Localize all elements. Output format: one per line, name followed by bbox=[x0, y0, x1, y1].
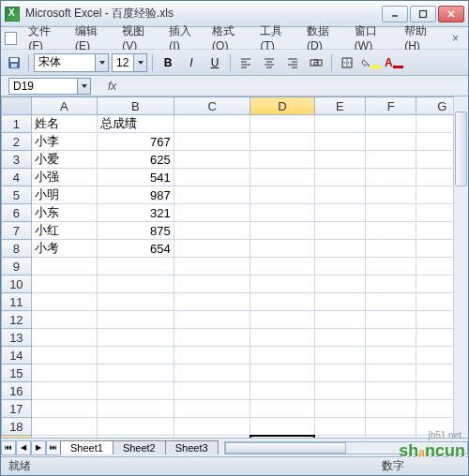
menu-overflow-icon[interactable]: × bbox=[446, 32, 464, 45]
cell-C5[interactable] bbox=[174, 186, 250, 204]
cell-F10[interactable] bbox=[366, 275, 416, 293]
cell-E6[interactable] bbox=[314, 204, 365, 222]
align-center-button[interactable] bbox=[259, 53, 280, 72]
row-header-10[interactable]: 10 bbox=[2, 275, 32, 293]
cell-F14[interactable] bbox=[366, 347, 416, 364]
cell-F17[interactable] bbox=[366, 400, 416, 418]
cell-B2[interactable]: 767 bbox=[98, 133, 174, 151]
merge-center-button[interactable]: a bbox=[306, 53, 326, 72]
spreadsheet-grid[interactable]: ABCDEFG 1姓名总成绩2小李7673小爱6254小强5415小明9876小… bbox=[1, 97, 468, 438]
control-menu-icon[interactable] bbox=[5, 32, 17, 45]
row-header-12[interactable]: 12 bbox=[2, 311, 32, 329]
cell-C17[interactable] bbox=[174, 400, 250, 418]
cell-D14[interactable] bbox=[250, 347, 314, 364]
cell-C6[interactable] bbox=[174, 204, 250, 222]
cell-D7[interactable] bbox=[250, 222, 314, 240]
row-header-9[interactable]: 9 bbox=[2, 258, 32, 275]
cell-E4[interactable] bbox=[314, 169, 365, 186]
cell-C11[interactable] bbox=[174, 293, 250, 311]
align-left-button[interactable] bbox=[235, 53, 256, 72]
cell-A7[interactable]: 小红 bbox=[31, 222, 97, 240]
cell-C9[interactable] bbox=[174, 258, 250, 275]
cell-B17[interactable] bbox=[98, 400, 174, 418]
cell-C3[interactable] bbox=[174, 151, 250, 169]
cell-B11[interactable] bbox=[98, 293, 174, 311]
row-header-16[interactable]: 16 bbox=[2, 382, 32, 400]
cell-B4[interactable]: 541 bbox=[98, 169, 174, 186]
column-header-C[interactable]: C bbox=[174, 97, 250, 115]
cell-D8[interactable] bbox=[250, 240, 314, 258]
cell-E10[interactable] bbox=[314, 275, 365, 293]
font-color-button[interactable]: A bbox=[384, 53, 404, 72]
cell-E17[interactable] bbox=[314, 400, 365, 418]
row-header-2[interactable]: 2 bbox=[2, 133, 32, 151]
cell-A12[interactable] bbox=[31, 311, 97, 329]
horizontal-scrollbar[interactable] bbox=[224, 441, 468, 454]
cell-F15[interactable] bbox=[366, 364, 416, 382]
column-header-E[interactable]: E bbox=[314, 97, 365, 115]
save-button[interactable] bbox=[5, 53, 23, 72]
row-header-1[interactable]: 1 bbox=[2, 115, 32, 133]
cell-B1[interactable]: 总成绩 bbox=[98, 115, 174, 133]
cell-D13[interactable] bbox=[250, 329, 314, 347]
cell-C7[interactable] bbox=[174, 222, 250, 240]
column-header-B[interactable]: B bbox=[98, 97, 174, 115]
close-button[interactable] bbox=[438, 6, 464, 22]
cell-C4[interactable] bbox=[174, 169, 250, 186]
cell-A2[interactable]: 小李 bbox=[31, 133, 97, 151]
cell-F3[interactable] bbox=[366, 151, 416, 169]
font-selector[interactable]: 宋体 bbox=[34, 53, 109, 72]
row-header-4[interactable]: 4 bbox=[2, 169, 32, 186]
cell-D18[interactable] bbox=[250, 418, 314, 436]
cell-A4[interactable]: 小强 bbox=[31, 169, 97, 186]
cell-F7[interactable] bbox=[366, 222, 416, 240]
cell-D5[interactable] bbox=[250, 186, 314, 204]
cell-F16[interactable] bbox=[366, 382, 416, 400]
sheet-tab-1[interactable]: Sheet1 bbox=[60, 440, 113, 454]
cell-D10[interactable] bbox=[250, 275, 314, 293]
row-header-8[interactable]: 8 bbox=[2, 240, 32, 258]
cell-A1[interactable]: 姓名 bbox=[31, 115, 97, 133]
select-all-corner[interactable] bbox=[2, 97, 32, 115]
cell-E9[interactable] bbox=[314, 258, 365, 275]
row-header-18[interactable]: 18 bbox=[2, 418, 32, 436]
cell-D4[interactable] bbox=[250, 169, 314, 186]
cell-B7[interactable]: 875 bbox=[98, 222, 174, 240]
cell-A14[interactable] bbox=[31, 347, 97, 364]
column-header-D[interactable]: D bbox=[250, 97, 314, 115]
cell-E3[interactable] bbox=[314, 151, 365, 169]
scroll-thumb[interactable] bbox=[455, 112, 467, 186]
cell-B10[interactable] bbox=[98, 275, 174, 293]
row-header-3[interactable]: 3 bbox=[2, 151, 32, 169]
cell-C12[interactable] bbox=[174, 311, 250, 329]
row-header-13[interactable]: 13 bbox=[2, 329, 32, 347]
cell-A18[interactable] bbox=[31, 418, 97, 436]
cell-E15[interactable] bbox=[314, 364, 365, 382]
cell-D15[interactable] bbox=[250, 364, 314, 382]
row-header-5[interactable]: 5 bbox=[2, 186, 32, 204]
cell-D6[interactable] bbox=[250, 204, 314, 222]
cell-C18[interactable] bbox=[174, 418, 250, 436]
cell-C14[interactable] bbox=[174, 347, 250, 364]
cell-F5[interactable] bbox=[366, 186, 416, 204]
cell-B16[interactable] bbox=[98, 382, 174, 400]
underline-button[interactable]: U bbox=[204, 53, 225, 72]
borders-button[interactable] bbox=[337, 53, 357, 72]
cell-A8[interactable]: 小考 bbox=[31, 240, 97, 258]
fx-icon[interactable]: fx bbox=[108, 80, 116, 93]
column-header-A[interactable]: A bbox=[31, 97, 97, 115]
bold-button[interactable]: B bbox=[158, 53, 178, 72]
cell-A19[interactable] bbox=[31, 436, 97, 439]
cell-B8[interactable]: 654 bbox=[98, 240, 174, 258]
cell-D17[interactable] bbox=[250, 400, 314, 418]
cell-F18[interactable] bbox=[366, 418, 416, 436]
next-sheet-button[interactable]: ▶ bbox=[31, 440, 46, 455]
cell-A6[interactable]: 小东 bbox=[31, 204, 97, 222]
font-size-selector[interactable]: 12 bbox=[112, 53, 147, 72]
cell-A5[interactable]: 小明 bbox=[31, 186, 97, 204]
cell-B9[interactable] bbox=[98, 258, 174, 275]
cell-C16[interactable] bbox=[174, 382, 250, 400]
cell-D1[interactable] bbox=[250, 115, 314, 133]
cell-C19[interactable] bbox=[174, 436, 250, 439]
name-box[interactable]: D19 bbox=[8, 78, 91, 95]
